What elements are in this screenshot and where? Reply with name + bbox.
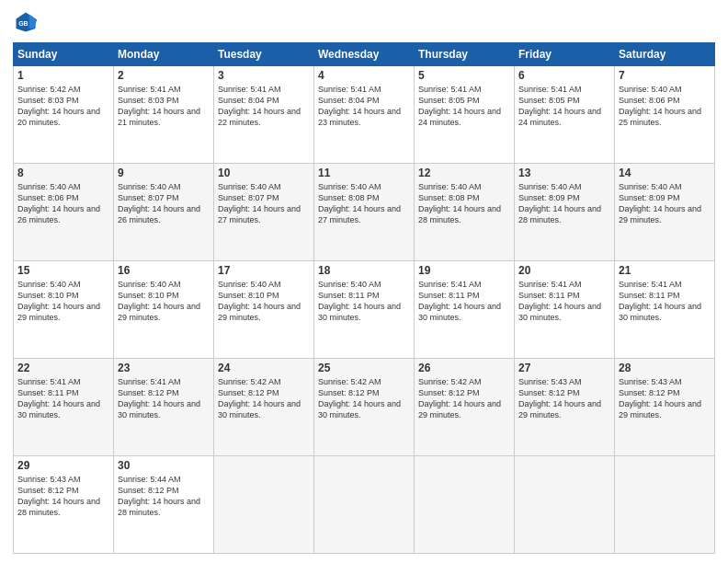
table-row: 2Sunrise: 5:41 AMSunset: 8:03 PMDaylight… [114, 66, 214, 164]
header: GB [13, 9, 715, 35]
day-number: 17 [218, 264, 310, 277]
day-number: 8 [17, 167, 109, 179]
day-number: 9 [118, 167, 210, 179]
table-row: 20Sunrise: 5:41 AMSunset: 8:11 PMDayligh… [515, 261, 615, 359]
table-row [314, 456, 415, 554]
cell-content: Sunrise: 5:40 AMSunset: 8:07 PMDaylight:… [118, 182, 200, 224]
calendar-week-row: 8Sunrise: 5:40 AMSunset: 8:06 PMDaylight… [14, 164, 715, 261]
cell-content: Sunrise: 5:42 AMSunset: 8:12 PMDaylight:… [218, 377, 301, 419]
table-row: 15Sunrise: 5:40 AMSunset: 8:10 PMDayligh… [14, 261, 114, 359]
table-row: 12Sunrise: 5:40 AMSunset: 8:08 PMDayligh… [415, 164, 515, 261]
table-row: 8Sunrise: 5:40 AMSunset: 8:06 PMDaylight… [14, 164, 114, 261]
cell-content: Sunrise: 5:42 AMSunset: 8:12 PMDaylight:… [318, 377, 401, 419]
table-row: 10Sunrise: 5:40 AMSunset: 8:07 PMDayligh… [214, 164, 314, 261]
cell-content: Sunrise: 5:40 AMSunset: 8:10 PMDaylight:… [118, 280, 200, 322]
day-number: 3 [218, 69, 310, 82]
logo-icon: GB [13, 9, 39, 35]
cell-content: Sunrise: 5:41 AMSunset: 8:05 PMDaylight:… [518, 85, 601, 127]
cell-content: Sunrise: 5:43 AMSunset: 8:12 PMDaylight:… [518, 377, 601, 419]
day-number: 29 [17, 459, 109, 472]
calendar-week-row: 29Sunrise: 5:43 AMSunset: 8:12 PMDayligh… [14, 456, 715, 554]
calendar-table: Sunday Monday Tuesday Wednesday Thursday… [13, 42, 715, 554]
day-number: 11 [318, 167, 410, 179]
day-number: 22 [17, 362, 109, 374]
cell-content: Sunrise: 5:41 AMSunset: 8:03 PMDaylight:… [118, 85, 200, 127]
cell-content: Sunrise: 5:40 AMSunset: 8:10 PMDaylight:… [218, 280, 301, 322]
day-number: 23 [118, 362, 210, 374]
table-row: 18Sunrise: 5:40 AMSunset: 8:11 PMDayligh… [314, 261, 415, 359]
table-row: 14Sunrise: 5:40 AMSunset: 8:09 PMDayligh… [615, 164, 715, 261]
table-row: 25Sunrise: 5:42 AMSunset: 8:12 PMDayligh… [314, 359, 415, 456]
table-row: 27Sunrise: 5:43 AMSunset: 8:12 PMDayligh… [515, 359, 615, 456]
table-row: 23Sunrise: 5:41 AMSunset: 8:12 PMDayligh… [114, 359, 214, 456]
col-thursday: Thursday [415, 43, 515, 66]
table-row: 19Sunrise: 5:41 AMSunset: 8:11 PMDayligh… [415, 261, 515, 359]
day-number: 4 [318, 69, 410, 82]
calendar-week-row: 1Sunrise: 5:42 AMSunset: 8:03 PMDaylight… [14, 66, 715, 164]
col-tuesday: Tuesday [214, 43, 314, 66]
col-friday: Friday [515, 43, 615, 66]
day-number: 5 [418, 69, 510, 82]
day-number: 24 [218, 362, 310, 374]
calendar-header-row: Sunday Monday Tuesday Wednesday Thursday… [14, 43, 715, 66]
calendar-week-row: 15Sunrise: 5:40 AMSunset: 8:10 PMDayligh… [14, 261, 715, 359]
day-number: 6 [518, 69, 610, 82]
table-row: 29Sunrise: 5:43 AMSunset: 8:12 PMDayligh… [14, 456, 114, 554]
day-number: 13 [518, 167, 610, 179]
day-number: 19 [418, 264, 510, 277]
table-row: 16Sunrise: 5:40 AMSunset: 8:10 PMDayligh… [114, 261, 214, 359]
table-row [415, 456, 515, 554]
col-wednesday: Wednesday [314, 43, 415, 66]
cell-content: Sunrise: 5:42 AMSunset: 8:03 PMDaylight:… [17, 85, 100, 127]
cell-content: Sunrise: 5:41 AMSunset: 8:04 PMDaylight:… [318, 85, 401, 127]
day-number: 26 [418, 362, 510, 374]
day-number: 28 [619, 362, 711, 374]
col-monday: Monday [114, 43, 214, 66]
day-number: 7 [619, 69, 711, 82]
logo: GB [13, 9, 42, 35]
day-number: 10 [218, 167, 310, 179]
page: GB Sunday Monday Tuesday Wednesday Thurs… [0, 0, 728, 563]
table-row: 13Sunrise: 5:40 AMSunset: 8:09 PMDayligh… [515, 164, 615, 261]
cell-content: Sunrise: 5:41 AMSunset: 8:11 PMDaylight:… [17, 377, 100, 419]
table-row: 30Sunrise: 5:44 AMSunset: 8:12 PMDayligh… [114, 456, 214, 554]
cell-content: Sunrise: 5:40 AMSunset: 8:10 PMDaylight:… [17, 280, 100, 322]
cell-content: Sunrise: 5:40 AMSunset: 8:07 PMDaylight:… [218, 182, 301, 224]
table-row: 1Sunrise: 5:42 AMSunset: 8:03 PMDaylight… [14, 66, 114, 164]
svg-text:GB: GB [18, 20, 28, 27]
day-number: 14 [619, 167, 711, 179]
cell-content: Sunrise: 5:40 AMSunset: 8:09 PMDaylight:… [518, 182, 601, 224]
day-number: 20 [518, 264, 610, 277]
day-number: 27 [518, 362, 610, 374]
table-row: 22Sunrise: 5:41 AMSunset: 8:11 PMDayligh… [14, 359, 114, 456]
calendar-week-row: 22Sunrise: 5:41 AMSunset: 8:11 PMDayligh… [14, 359, 715, 456]
table-row: 28Sunrise: 5:43 AMSunset: 8:12 PMDayligh… [615, 359, 715, 456]
day-number: 30 [118, 459, 210, 472]
table-row: 3Sunrise: 5:41 AMSunset: 8:04 PMDaylight… [214, 66, 314, 164]
svg-marker-1 [29, 14, 38, 29]
cell-content: Sunrise: 5:40 AMSunset: 8:06 PMDaylight:… [619, 85, 701, 127]
cell-content: Sunrise: 5:41 AMSunset: 8:05 PMDaylight:… [418, 85, 501, 127]
table-row [214, 456, 314, 554]
table-row [615, 456, 715, 554]
cell-content: Sunrise: 5:41 AMSunset: 8:11 PMDaylight:… [619, 280, 701, 322]
day-number: 12 [418, 167, 510, 179]
table-row: 24Sunrise: 5:42 AMSunset: 8:12 PMDayligh… [214, 359, 314, 456]
day-number: 21 [619, 264, 711, 277]
cell-content: Sunrise: 5:40 AMSunset: 8:11 PMDaylight:… [318, 280, 401, 322]
cell-content: Sunrise: 5:41 AMSunset: 8:04 PMDaylight:… [218, 85, 301, 127]
cell-content: Sunrise: 5:41 AMSunset: 8:12 PMDaylight:… [118, 377, 200, 419]
cell-content: Sunrise: 5:41 AMSunset: 8:11 PMDaylight:… [518, 280, 601, 322]
table-row: 5Sunrise: 5:41 AMSunset: 8:05 PMDaylight… [415, 66, 515, 164]
cell-content: Sunrise: 5:40 AMSunset: 8:09 PMDaylight:… [619, 182, 701, 224]
cell-content: Sunrise: 5:44 AMSunset: 8:12 PMDaylight:… [118, 475, 200, 517]
cell-content: Sunrise: 5:40 AMSunset: 8:08 PMDaylight:… [418, 182, 501, 224]
day-number: 1 [17, 69, 109, 82]
table-row: 7Sunrise: 5:40 AMSunset: 8:06 PMDaylight… [615, 66, 715, 164]
col-saturday: Saturday [615, 43, 715, 66]
day-number: 15 [17, 264, 109, 277]
table-row: 4Sunrise: 5:41 AMSunset: 8:04 PMDaylight… [314, 66, 415, 164]
table-row: 26Sunrise: 5:42 AMSunset: 8:12 PMDayligh… [415, 359, 515, 456]
day-number: 25 [318, 362, 410, 374]
cell-content: Sunrise: 5:40 AMSunset: 8:06 PMDaylight:… [17, 182, 100, 224]
